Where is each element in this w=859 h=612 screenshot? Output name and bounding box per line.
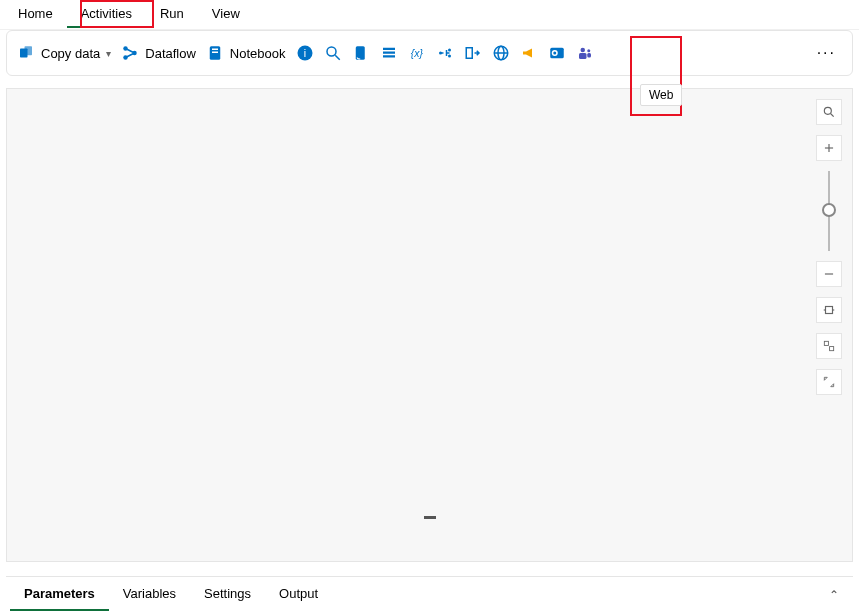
panel-icon[interactable]: [464, 44, 482, 62]
tab-activities[interactable]: Activities: [67, 1, 146, 28]
zoom-in-button[interactable]: [816, 135, 842, 161]
bottom-tab-settings[interactable]: Settings: [190, 578, 265, 611]
svg-rect-13: [383, 48, 395, 50]
reset-zoom-button[interactable]: [816, 333, 842, 359]
variable-icon[interactable]: {x}: [408, 44, 426, 62]
svg-rect-15: [383, 55, 395, 57]
zoom-out-button[interactable]: [816, 261, 842, 287]
fullscreen-button[interactable]: [816, 369, 842, 395]
svg-point-26: [553, 52, 556, 55]
canvas-divider-tick: [424, 516, 436, 519]
web-tooltip: Web: [640, 84, 682, 106]
function-icon[interactable]: [436, 44, 454, 62]
copy-data-button[interactable]: Copy data ▾: [17, 44, 111, 62]
svg-text:i: i: [303, 47, 305, 59]
ribbon-tabs: Home Activities Run View: [0, 0, 859, 30]
pipeline-canvas[interactable]: [6, 88, 853, 562]
svg-line-11: [335, 55, 340, 60]
tab-view[interactable]: View: [198, 1, 254, 28]
bottom-panel-tabs: Parameters Variables Settings Output ⌃: [6, 576, 853, 612]
svg-point-31: [824, 107, 831, 114]
canvas-search-button[interactable]: [816, 99, 842, 125]
notebook-icon: [206, 44, 224, 62]
notebook-button[interactable]: Notebook: [206, 44, 286, 62]
dataflow-icon: [121, 44, 139, 62]
zoom-slider[interactable]: [828, 171, 830, 251]
svg-rect-39: [824, 341, 828, 345]
collapse-panel-button[interactable]: ⌃: [829, 588, 849, 602]
notebook-label: Notebook: [230, 46, 286, 61]
svg-point-10: [327, 47, 336, 56]
svg-rect-6: [212, 49, 218, 51]
svg-point-27: [580, 48, 585, 53]
dataflow-button[interactable]: Dataflow: [121, 44, 196, 62]
svg-point-18: [448, 49, 451, 52]
bottom-tab-output[interactable]: Output: [265, 578, 332, 611]
script-icon[interactable]: [352, 44, 370, 62]
svg-rect-29: [579, 53, 587, 59]
copy-data-icon: [17, 44, 35, 62]
bottom-tab-parameters[interactable]: Parameters: [10, 578, 109, 611]
list-icon[interactable]: [380, 44, 398, 62]
svg-rect-36: [826, 307, 833, 314]
svg-text:{x}: {x}: [410, 47, 423, 59]
svg-line-32: [831, 114, 834, 117]
svg-rect-7: [212, 52, 218, 54]
svg-point-19: [448, 55, 451, 58]
announce-icon[interactable]: [520, 44, 538, 62]
svg-rect-20: [466, 48, 472, 59]
svg-rect-1: [25, 46, 33, 55]
copy-data-label: Copy data: [41, 46, 100, 61]
tab-run[interactable]: Run: [146, 1, 198, 28]
bottom-tab-variables[interactable]: Variables: [109, 578, 190, 611]
overflow-button[interactable]: ···: [817, 44, 842, 62]
zoom-slider-thumb[interactable]: [822, 203, 836, 217]
svg-point-28: [587, 49, 590, 52]
outlook-icon[interactable]: [548, 44, 566, 62]
web-icon[interactable]: [492, 44, 510, 62]
teams-icon[interactable]: [576, 44, 594, 62]
chevron-down-icon: ▾: [106, 48, 111, 59]
svg-rect-40: [830, 347, 834, 351]
svg-rect-14: [383, 52, 395, 54]
canvas-tool-column: [816, 99, 842, 395]
info-icon[interactable]: i: [296, 44, 314, 62]
svg-rect-30: [587, 53, 591, 58]
tab-home[interactable]: Home: [4, 1, 67, 28]
dataflow-label: Dataflow: [145, 46, 196, 61]
search-icon[interactable]: [324, 44, 342, 62]
activities-toolbar: Copy data ▾ Dataflow Notebook i {x} ···: [6, 30, 853, 76]
fit-to-screen-button[interactable]: [816, 297, 842, 323]
svg-point-17: [439, 52, 442, 55]
